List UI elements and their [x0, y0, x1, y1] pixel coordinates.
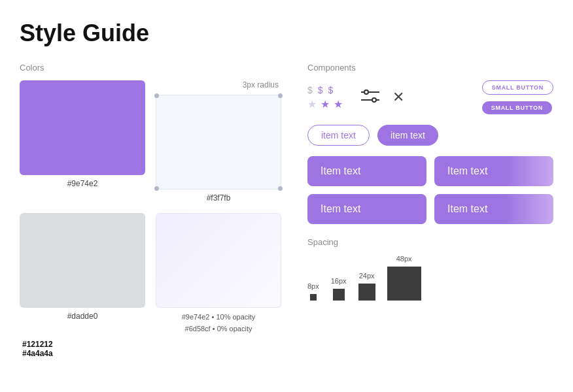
- pill-filled[interactable]: item text: [377, 125, 438, 146]
- spacing-boxes: 8px 16px 24px 48px: [307, 255, 553, 301]
- swatch-purple-label: #9e74e2: [20, 179, 145, 188]
- corner-dot-tr: [278, 93, 283, 98]
- star-icon-half: ★: [321, 98, 330, 110]
- svg-point-1: [364, 90, 368, 94]
- dollar-icon-1: $: [307, 85, 313, 95]
- spacing-8px: 8px: [307, 282, 319, 301]
- swatch-radius-container: [156, 95, 281, 189]
- radius-label: 3px radius: [156, 80, 281, 90]
- svg-point-3: [372, 98, 376, 102]
- spacing-48px: 48px: [387, 255, 421, 301]
- spacing-box-24: [358, 284, 375, 301]
- swatch-blend-label: #9e74e2 • 10% opacity #6d58cf • 0% opaci…: [156, 312, 281, 335]
- spacing-16px: 16px: [331, 277, 347, 301]
- swatch-gray: [20, 213, 145, 308]
- small-button-outline[interactable]: SMALL BUTTON: [482, 80, 553, 95]
- small-button-group: SMALL BUTTON SMALL BUTTON: [482, 80, 553, 114]
- close-icon[interactable]: ✕: [392, 89, 404, 106]
- page-title: Style Guide: [20, 20, 553, 47]
- pill-row: item text item text: [307, 125, 553, 146]
- small-button-filled[interactable]: SMALL BUTTON: [482, 101, 552, 114]
- swatch-white-blend: [156, 213, 281, 308]
- pill-outline[interactable]: item text: [307, 125, 370, 146]
- filter-icon[interactable]: [361, 89, 379, 106]
- colors-label: Colors: [20, 63, 281, 73]
- dollar-icon-3: $: [328, 85, 334, 95]
- star-icon-full: ★: [334, 98, 343, 110]
- text-color-label2: #4a4a4a: [22, 349, 53, 358]
- star-icon-empty: ★: [307, 98, 317, 110]
- spacing-box-16: [333, 289, 345, 301]
- item-button-2[interactable]: Item text: [434, 156, 553, 186]
- dollar-icon-2: $: [318, 85, 323, 95]
- rating-icon-group: $ $ $ ★ ★ ★: [307, 85, 343, 110]
- spacing-label: Spacing: [307, 237, 553, 247]
- item-row-1: Item text Item text: [307, 156, 553, 186]
- spacing-box-8: [310, 294, 317, 301]
- swatch-light-blue-label: #f3f7fb: [156, 193, 281, 203]
- swatch-purple: [20, 80, 145, 175]
- components-label: Components: [307, 63, 553, 73]
- item-button-4[interactable]: Item text: [434, 194, 553, 224]
- text-color-label1: #121212: [22, 340, 53, 349]
- swatch-gray-label: #dadde0: [20, 312, 145, 321]
- corner-dot-tl: [154, 93, 159, 98]
- item-button-3[interactable]: Item text: [307, 194, 426, 224]
- item-row-2: Item text Item text: [307, 194, 553, 224]
- spacing-box-48: [387, 267, 421, 301]
- item-button-1[interactable]: Item text: [307, 156, 426, 186]
- swatch-light-blue: [156, 95, 281, 189]
- corner-dot-br: [278, 186, 283, 191]
- spacing-24px: 24px: [358, 272, 375, 301]
- corner-dot-bl: [154, 186, 159, 191]
